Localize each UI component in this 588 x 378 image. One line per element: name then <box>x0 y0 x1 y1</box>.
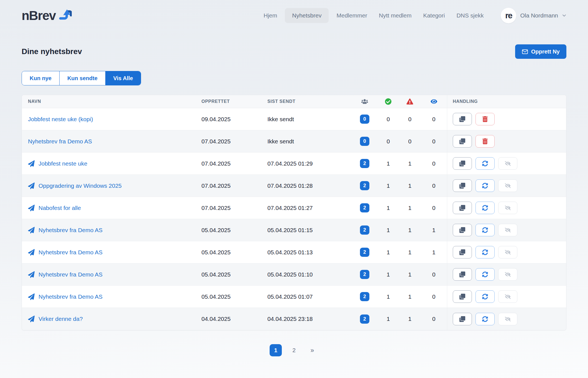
newsletter-link[interactable]: Nyhetsbrev fra Demo AS <box>39 249 103 256</box>
copy-button[interactable] <box>453 290 472 303</box>
last-sent-date: 07.04.2025 01:29 <box>267 160 352 167</box>
resend-button[interactable] <box>475 179 495 192</box>
filter-button[interactable]: Vis Alle <box>106 71 141 85</box>
newsletter-name-cell: Nyhetsbrev fra Demo AS <box>22 227 201 234</box>
delivered-count: 0 <box>387 138 390 145</box>
refresh-icon <box>482 316 488 322</box>
newsletter-name-cell: Nyhetsbrev fra Demo AS <box>22 293 201 300</box>
toggle-visibility-button[interactable] <box>498 179 517 192</box>
copy-button[interactable] <box>453 313 472 325</box>
toggle-visibility-button[interactable] <box>498 268 517 281</box>
filter-button[interactable]: Kun sendte <box>60 71 106 85</box>
newsletter-link[interactable]: Jobbfest neste uke (kopi) <box>28 116 93 123</box>
copy-button[interactable] <box>453 268 472 281</box>
next-page-button[interactable]: » <box>306 344 318 356</box>
created-date: 07.04.2025 <box>201 205 267 211</box>
opened-count: 0 <box>432 293 436 300</box>
failed-count: 1 <box>408 293 411 300</box>
last-sent-date: 05.04.2025 01:13 <box>267 249 352 256</box>
filter-button[interactable]: Kun nye <box>22 71 60 85</box>
recipients-badge: 2 <box>360 225 369 235</box>
recipients-cell: 2 <box>360 203 369 212</box>
paper-plane-icon <box>28 227 35 234</box>
recipients-badge: 2 <box>360 248 369 257</box>
table-row: Jobbfest neste uke (kopi) 09.04.2025 Ikk… <box>22 108 566 130</box>
toggle-visibility-button[interactable] <box>498 202 517 214</box>
last-sent-date: 05.04.2025 01:10 <box>267 271 352 278</box>
nav-item[interactable]: Nytt medlem <box>375 8 415 23</box>
paper-plane-icon <box>28 182 35 189</box>
copy-icon <box>459 116 465 122</box>
newsletter-link[interactable]: Oppgradering av Windows 2025 <box>39 182 122 189</box>
page-button-1[interactable]: 1 <box>270 344 282 356</box>
nav-item[interactable]: Hjem <box>260 8 281 23</box>
newsletter-link[interactable]: Nyhetsbrev fra Demo AS <box>39 293 103 300</box>
user-name: Ola Nordmann <box>520 12 558 19</box>
nav-item[interactable]: Nyhetsbrev <box>285 8 329 23</box>
warning-triangle-icon <box>407 98 413 105</box>
users-icon <box>361 98 368 105</box>
opened-count: 0 <box>432 316 436 322</box>
row-actions <box>447 108 566 130</box>
copy-button[interactable] <box>453 246 472 258</box>
create-newsletter-label: Opprett Ny <box>531 49 560 55</box>
newsletter-link[interactable]: Nyhetsbrev fra Demo AS <box>39 227 103 234</box>
toggle-visibility-button[interactable] <box>498 313 517 325</box>
resend-button[interactable] <box>475 246 495 258</box>
created-date: 05.04.2025 <box>201 227 267 234</box>
opened-count: 0 <box>432 205 436 211</box>
recipients-badge: 0 <box>360 115 369 124</box>
created-date: 07.04.2025 <box>201 182 267 189</box>
refresh-icon <box>482 161 488 166</box>
delete-button[interactable] <box>475 135 495 148</box>
opened-count: 1 <box>432 227 436 234</box>
resend-button[interactable] <box>475 157 495 170</box>
column-header-failed <box>407 98 413 105</box>
column-header-handling: HANDLING <box>447 95 566 108</box>
trash-icon <box>482 116 488 122</box>
newsletter-link[interactable]: Nabofest for alle <box>39 205 81 211</box>
row-actions <box>447 286 566 308</box>
copy-button[interactable] <box>453 179 472 192</box>
copy-button[interactable] <box>453 135 472 148</box>
page-title: Dine nyhetsbrev <box>22 47 82 56</box>
copy-button[interactable] <box>453 224 472 236</box>
paper-plane-icon <box>28 293 35 300</box>
newsletter-link[interactable]: Nyhetsbrev fra Demo AS <box>39 271 103 278</box>
resend-button[interactable] <box>475 290 495 303</box>
toggle-visibility-button[interactable] <box>498 290 517 303</box>
newsletter-link[interactable]: Nyhetsbrev fra Demo AS <box>28 138 92 145</box>
user-menu[interactable]: re Ola Nordmann <box>501 8 566 23</box>
newsletter-name-cell: Nyhetsbrev fra Demo AS <box>22 271 201 278</box>
toggle-visibility-button[interactable] <box>498 246 517 258</box>
table-row: Nyhetsbrev fra Demo AS 05.04.2025 05.04.… <box>22 219 566 241</box>
copy-button[interactable] <box>453 157 472 170</box>
copy-button[interactable] <box>453 113 472 125</box>
newsletter-link[interactable]: Virker denne da? <box>39 316 83 322</box>
table-row: Nyhetsbrev fra Demo AS 05.04.2025 05.04.… <box>22 241 566 263</box>
last-sent-date: 05.04.2025 01:07 <box>267 293 352 300</box>
copy-button[interactable] <box>453 202 472 214</box>
nav-item[interactable]: DNS sjekk <box>452 8 487 23</box>
nav-item[interactable]: Medlemmer <box>333 8 371 23</box>
newsletter-link[interactable]: Jobbfest neste uke <box>39 160 87 167</box>
resend-button[interactable] <box>475 224 495 236</box>
eye-slash-icon <box>505 183 511 189</box>
brand-logo[interactable]: nBrev <box>22 9 72 22</box>
table-row: Virker denne da? 04.04.2025 04.04.2025 2… <box>22 308 566 330</box>
row-actions <box>447 197 566 219</box>
recipients-badge: 2 <box>360 314 369 324</box>
toggle-visibility-button[interactable] <box>498 224 517 236</box>
create-newsletter-button[interactable]: Opprett Ny <box>515 44 566 59</box>
resend-button[interactable] <box>475 202 495 214</box>
failed-count: 1 <box>408 249 411 256</box>
resend-button[interactable] <box>475 313 495 325</box>
resend-button[interactable] <box>475 268 495 281</box>
opened-count: 0 <box>432 138 436 145</box>
toggle-visibility-button[interactable] <box>498 157 517 170</box>
newsletter-name-cell: Nyhetsbrev fra Demo AS <box>22 138 201 145</box>
nav-item[interactable]: Kategori <box>419 8 449 23</box>
page-button-2[interactable]: 2 <box>288 344 300 356</box>
refresh-icon <box>482 183 488 189</box>
delete-button[interactable] <box>475 113 495 125</box>
